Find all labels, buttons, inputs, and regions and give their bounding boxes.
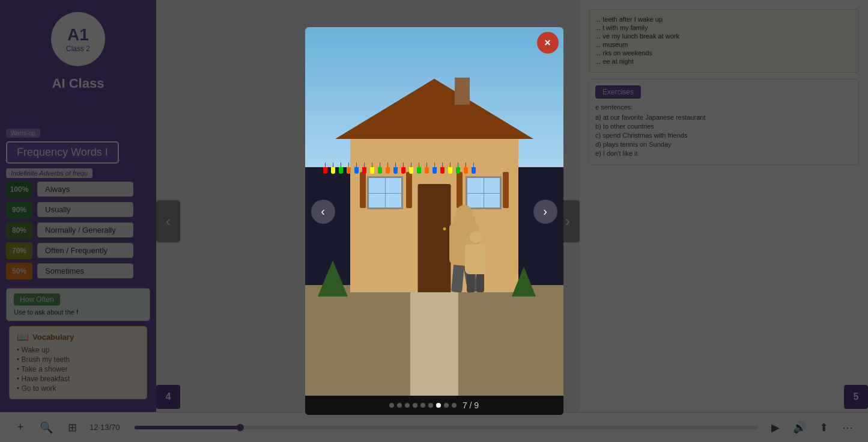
light-unit (331, 162, 335, 174)
modal-next-button[interactable]: › (533, 200, 557, 224)
person-leg-left (451, 265, 464, 293)
house-door (417, 184, 451, 292)
tree-right-1 (512, 266, 536, 296)
slide-dot[interactable] (436, 403, 441, 408)
light-unit (417, 162, 421, 174)
chimney (455, 78, 470, 105)
slide-viewer: A1 Class 2 AI Class Warm-up Frequency Wo… (0, 0, 868, 442)
slide-dot[interactable] (452, 403, 457, 408)
light-unit (378, 162, 382, 174)
light-unit (362, 162, 366, 174)
child-body (465, 244, 486, 274)
light-unit (347, 162, 351, 174)
modal-prev-button[interactable]: ‹ (311, 200, 335, 224)
house-window-left (367, 176, 403, 209)
light-unit (464, 162, 468, 174)
slide-dot[interactable] (397, 403, 402, 408)
person-child (465, 231, 486, 292)
light-unit (448, 162, 452, 174)
modal-footer: 7 / 9 (305, 396, 563, 415)
light-unit (425, 162, 429, 174)
slide-dot[interactable] (444, 403, 449, 408)
light-unit (472, 162, 476, 174)
child-head (470, 231, 482, 243)
slide-counter: 7 / 9 (463, 401, 479, 410)
slide-dot[interactable] (428, 403, 433, 408)
house-body (350, 138, 518, 292)
modal-image-area: ‹ › (305, 27, 563, 396)
child-leg-right (476, 274, 484, 292)
light-unit (409, 162, 413, 174)
slide-dot[interactable] (420, 403, 425, 408)
light-unit (401, 162, 405, 174)
light-unit (370, 162, 374, 174)
light-unit (323, 162, 327, 174)
light-unit (432, 162, 437, 174)
path (410, 292, 458, 396)
modal-close-button[interactable]: × (537, 32, 559, 54)
slide-dots (389, 403, 457, 408)
light-unit (440, 162, 445, 174)
slide-dot[interactable] (413, 403, 417, 408)
shutter-left-2 (406, 172, 412, 208)
light-unit (456, 162, 460, 174)
slide-dot[interactable] (405, 403, 410, 408)
house-roof (335, 79, 533, 139)
shutter-right-1 (503, 172, 509, 208)
light-unit (393, 162, 398, 174)
light-unit (339, 162, 343, 174)
light-unit (354, 162, 359, 174)
shutter-left-1 (360, 172, 366, 208)
light-unit (386, 162, 390, 174)
house-window-right (466, 176, 502, 209)
child-legs (467, 274, 484, 292)
christmas-lights (305, 162, 563, 174)
child-leg-left (467, 274, 475, 292)
modal-overlay: × (0, 0, 868, 442)
slide-dot[interactable] (389, 403, 394, 408)
shutter-right-2 (457, 172, 463, 208)
modal-box: × (305, 27, 563, 415)
tree-left-1 (318, 260, 348, 296)
